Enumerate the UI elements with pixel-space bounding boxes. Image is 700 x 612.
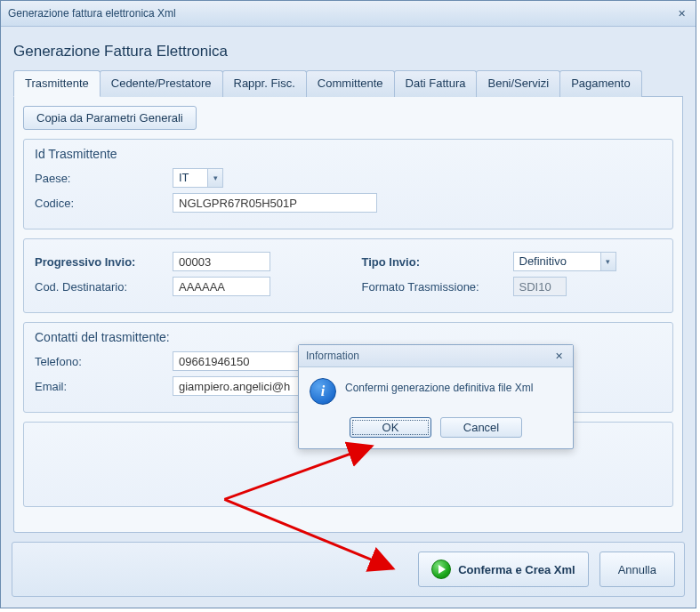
input-cod-destinatario[interactable]	[173, 277, 270, 296]
combo-paese-value: IT	[173, 169, 207, 187]
fieldset-title-id-trasmittente: Id Trasmittente	[35, 147, 662, 161]
dialog-title: Information	[306, 350, 359, 362]
chevron-down-icon[interactable]: ▾	[207, 169, 222, 187]
tab-dati-fattura[interactable]: Dati Fattura	[394, 70, 478, 97]
dialog-buttons: OK Cancel	[299, 410, 573, 448]
fieldset-invio: Progressivo Invio: Cod. Destinatario: Ti…	[23, 238, 673, 313]
tab-rappr-fisc[interactable]: Rappr. Fisc.	[222, 70, 307, 97]
tab-pagamento[interactable]: Pagamento	[559, 70, 642, 97]
tabstrip: Trasmittente Cedente/Prestatore Rappr. F…	[13, 69, 683, 97]
confirm-create-xml-button[interactable]: Conferma e Crea Xml	[418, 552, 589, 587]
label-paese: Paese:	[35, 172, 173, 185]
tabpage-trasmittente: Copia da Parametri Generali Id Trasmitte…	[13, 97, 683, 533]
label-codice: Codice:	[35, 197, 173, 210]
dialog-message: Confermi generazione definitiva file Xml	[345, 378, 533, 394]
label-cod-destinatario: Cod. Destinatario:	[35, 280, 173, 294]
dialog-close-button[interactable]: ✕	[551, 349, 566, 363]
input-email[interactable]	[173, 376, 315, 396]
dialog-cancel-button[interactable]: Cancel	[440, 417, 522, 438]
label-tipo-invio: Tipo Invio:	[362, 255, 513, 269]
content: Generazione Fattura Elettronica Trasmitt…	[1, 27, 696, 544]
input-telefono[interactable]	[173, 351, 315, 371]
label-telefono: Telefono:	[35, 355, 173, 368]
combo-tipo-invio-value: Definitivo	[514, 253, 600, 270]
tab-committente[interactable]: Committente	[306, 70, 395, 97]
dialog-body: i Confermi generazione definitiva file X…	[299, 367, 573, 410]
combo-paese[interactable]: IT ▾	[173, 168, 223, 188]
window-close-button[interactable]: ✕	[674, 6, 688, 20]
titlebar: Generazione fattura elettronica Xml ✕	[1, 1, 696, 27]
tab-beni-servizi[interactable]: Beni/Servizi	[476, 70, 560, 97]
close-icon: ✕	[678, 8, 686, 20]
tab-trasmittente[interactable]: Trasmittente	[13, 70, 101, 97]
label-email: Email:	[35, 380, 173, 393]
info-icon: i	[310, 378, 336, 405]
dialog-titlebar: Information ✕	[299, 345, 573, 367]
panel-title: Generazione Fattura Elettronica	[13, 43, 685, 60]
combo-tipo-invio[interactable]: Definitivo ▾	[513, 252, 616, 271]
main-window: Generazione fattura elettronica Xml ✕ Ge…	[0, 0, 696, 608]
confirm-create-xml-label: Conferma e Crea Xml	[458, 563, 575, 576]
copy-from-general-button[interactable]: Copia da Parametri Generali	[23, 106, 197, 130]
label-formato-trasmissione: Formato Trasmissione:	[362, 280, 513, 294]
input-formato-trasmissione	[513, 277, 567, 296]
dialog-ok-button[interactable]: OK	[350, 417, 431, 438]
arrow-right-circle-icon	[431, 560, 451, 579]
fieldset-id-trasmittente: Id Trasmittente Paese: IT ▾ Codice:	[23, 139, 673, 230]
chevron-down-icon[interactable]: ▾	[600, 253, 616, 270]
footer-bar: Conferma e Crea Xml Annulla	[12, 542, 685, 597]
fieldset-title-contatti: Contatti del trasmittente:	[35, 330, 662, 344]
window-title: Generazione fattura elettronica Xml	[8, 7, 176, 20]
close-icon: ✕	[555, 350, 563, 362]
input-codice[interactable]	[173, 193, 377, 213]
arrow-right-icon	[439, 565, 446, 574]
tab-cedente-prestatore[interactable]: Cedente/Prestatore	[100, 70, 223, 97]
cancel-button[interactable]: Annulla	[599, 552, 675, 587]
input-progressivo-invio[interactable]	[173, 252, 270, 271]
label-progressivo-invio: Progressivo Invio:	[35, 255, 173, 269]
information-dialog: Information ✕ i Confermi generazione def…	[298, 344, 574, 449]
